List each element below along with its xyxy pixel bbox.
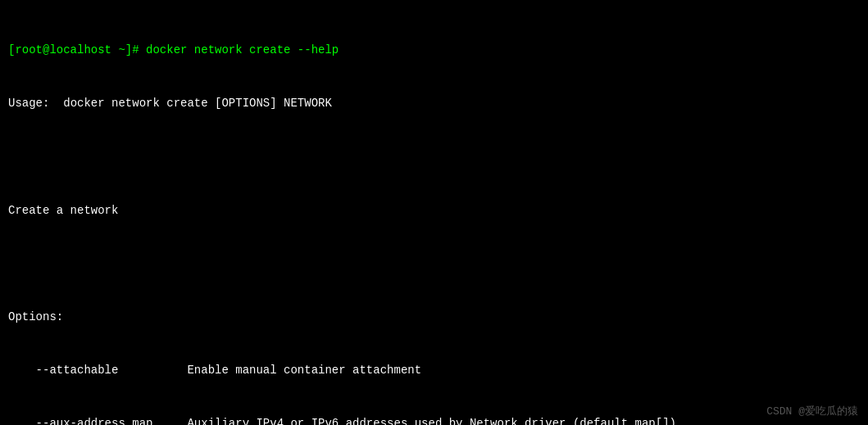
option-desc: Auxiliary IPv4 or IPv6 addresses used by… xyxy=(187,417,676,425)
option-text: --aux-address map xyxy=(8,417,187,425)
blank-line-1 xyxy=(8,149,860,167)
terminal-window: [root@localhost ~]# docker network creat… xyxy=(0,0,868,425)
option-aux-address: --aux-address map Auxiliary IPv4 or IPv6… xyxy=(8,415,860,425)
watermark: CSDN @爱吃瓜的猿 xyxy=(766,404,858,418)
option-desc: Enable manual container attachment xyxy=(187,364,421,377)
usage-label: Usage: xyxy=(8,97,49,110)
create-network-section: Create a network xyxy=(8,202,860,220)
options-header: Options: xyxy=(8,309,860,327)
blank-line-2 xyxy=(8,255,860,274)
usage-line: Usage: docker network create [OPTIONS] N… xyxy=(8,95,860,113)
usage-cmd: docker network create [OPTIONS] NETWORK xyxy=(49,97,331,110)
option-attachable: --attachable Enable manual container att… xyxy=(8,362,860,380)
command-line-1: [root@localhost ~]# docker network creat… xyxy=(8,42,860,60)
option-text: --attachable xyxy=(8,364,187,377)
prompt-user: [root@localhost ~]# docker network creat… xyxy=(8,43,339,57)
